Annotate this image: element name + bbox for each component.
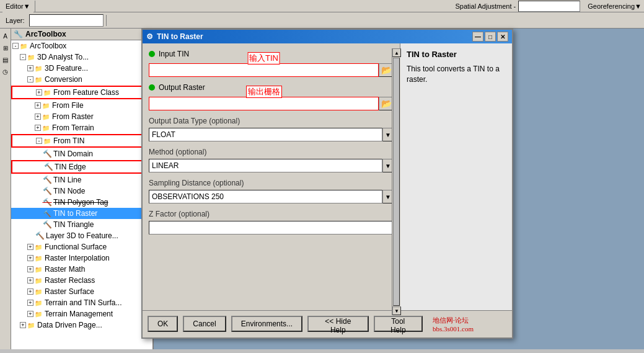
- tree-area[interactable]: - 📁 ArcToolbox - 📁 3D Analyst To... + 📁 …: [11, 40, 152, 349]
- expand-fromtin[interactable]: -: [36, 138, 42, 144]
- expand-fromfeat[interactable]: +: [36, 89, 42, 96]
- output-data-type-label: Output Data Type (optional): [149, 117, 394, 125]
- expand-datadriven[interactable]: +: [20, 322, 26, 328]
- tree-tin-polytag[interactable]: 🔨 TIN Polygon Tag: [11, 197, 152, 208]
- sidebar-icon-2[interactable]: ⊞: [1, 43, 10, 53]
- dialog-title-area: ⚙ TIN to Raster: [146, 32, 203, 41]
- sidebar-icon-1[interactable]: A: [1, 31, 9, 42]
- expand-fromfile[interactable]: +: [35, 102, 41, 109]
- tree-from-raster[interactable]: + 📁 From Raster: [11, 111, 152, 122]
- output-raster-field[interactable]: [149, 97, 379, 110]
- sampling-label: Sampling Distance (optional): [149, 179, 394, 187]
- tin-to-raster-dialog: ⚙ TIN to Raster — □ ✕ Input TIN 输入TI: [141, 29, 513, 339]
- input-tin-indicator: [149, 51, 155, 57]
- dialog-scrollbar[interactable]: ▲ ▼: [392, 48, 400, 315]
- sidebar-icon-4[interactable]: ◷: [1, 66, 10, 77]
- cancel-button[interactable]: Cancel: [183, 316, 226, 332]
- tree-from-tin[interactable]: - 📁 From TIN: [11, 134, 152, 148]
- expand-funcsurface[interactable]: +: [27, 244, 33, 250]
- tree-tin-node[interactable]: 🔨 TIN Node: [11, 185, 152, 197]
- tree-tintriangle-label: TIN Triangle: [52, 220, 94, 229]
- folder-icon-3d: 📁: [26, 52, 36, 62]
- hide-help-button[interactable]: << Hide Help: [307, 316, 368, 332]
- tree-from-file[interactable]: + 📁 From File: [11, 100, 152, 111]
- ok-button[interactable]: OK: [148, 316, 178, 332]
- tool-icon-domain: 🔨: [42, 149, 52, 159]
- folder-icon: 📁: [19, 41, 29, 51]
- scroll-thumb[interactable]: [393, 58, 400, 306]
- watermark: 地信网·论坛 bbs.3s001.com: [433, 316, 507, 333]
- sampling-field[interactable]: [149, 190, 382, 203]
- tree-root[interactable]: - 📁 ArcToolbox: [11, 40, 152, 51]
- scroll-down-btn[interactable]: ▼: [392, 306, 401, 315]
- tree-tinnode-label: TIN Node: [52, 187, 85, 195]
- tree-terrainmgmt-label: Terrain Management: [43, 310, 113, 318]
- tree-func-surface[interactable]: + 📁 Functional Surface: [11, 241, 152, 252]
- tree-rastersurface-label: Raster Surface: [43, 287, 94, 296]
- tree-3d-feature[interactable]: + 📁 3D Feature...: [11, 63, 152, 74]
- layer-input[interactable]: [29, 14, 104, 27]
- tree-raster-math[interactable]: + 📁 Raster Math: [11, 264, 152, 275]
- tree-tin-line[interactable]: 🔨 TIN Line: [11, 174, 152, 185]
- expand-3dfeat[interactable]: +: [27, 65, 33, 71]
- tree-3d-analyst[interactable]: - 📁 3D Analyst To...: [11, 51, 152, 63]
- tree-datadriven-label: Data Driven Page...: [36, 321, 102, 329]
- tree-raster-interp[interactable]: + 📁 Raster Interpolation: [11, 252, 152, 264]
- expand-conv[interactable]: -: [27, 76, 33, 83]
- tree-terrain-tin[interactable]: + 📁 Terrain and TIN Surfa...: [11, 297, 152, 308]
- method-row: ▼: [149, 159, 394, 172]
- tree-layer3d-label: Layer 3D to Feature...: [45, 231, 118, 240]
- expand-3d[interactable]: -: [20, 54, 26, 60]
- expand-rasterreclass[interactable]: +: [27, 277, 33, 284]
- tree-rasterreclass-label: Raster Reclass: [43, 276, 95, 285]
- tree-tin-to-raster[interactable]: 🔨 TIN to Raster: [11, 208, 152, 219]
- tree-terrain-mgmt[interactable]: + 📁 Terrain Management: [11, 308, 152, 319]
- tool-icon-toraster: 🔨: [42, 208, 52, 218]
- method-label: Method (optional): [149, 148, 394, 156]
- environments-button[interactable]: Environments...: [231, 316, 302, 332]
- georeferencing-menu[interactable]: Georeferencing▼: [588, 2, 642, 10]
- input-tin-field[interactable]: [149, 63, 379, 77]
- expand-terraintin[interactable]: +: [27, 300, 33, 306]
- output-data-type-field[interactable]: [149, 128, 382, 141]
- tree-from-feat-class[interactable]: + 📁 From Feature Class: [11, 86, 152, 99]
- tree-from-terrain[interactable]: + 📁 From Terrain: [11, 122, 152, 133]
- scroll-up-btn[interactable]: ▲: [392, 48, 401, 57]
- expand-root[interactable]: -: [12, 43, 19, 49]
- expand-fromterrain[interactable]: +: [35, 125, 41, 131]
- tree-terraintin-label: Terrain and TIN Surfa...: [43, 298, 122, 307]
- zfactor-label: Z Factor (optional): [149, 210, 394, 218]
- expand-rasterinterp[interactable]: +: [27, 255, 33, 261]
- zfactor-field[interactable]: [149, 221, 394, 235]
- tree-layer3d[interactable]: 🔨 Layer 3D to Feature...: [11, 230, 152, 241]
- sidebar-icon-3[interactable]: ▤: [1, 55, 10, 65]
- expand-terrainmgmt[interactable]: +: [27, 311, 33, 317]
- editor-menu[interactable]: Editor▼: [2, 0, 33, 13]
- method-field[interactable]: [149, 159, 382, 172]
- folder-icon-fromtin: 📁: [42, 136, 52, 146]
- expand-fromraster[interactable]: +: [35, 114, 41, 120]
- expand-rastersurface[interactable]: +: [27, 288, 33, 295]
- tree-tin-domain[interactable]: 🔨 TIN Domain: [11, 148, 152, 159]
- restore-button[interactable]: □: [485, 32, 496, 42]
- tree-conversion[interactable]: - 📁 Conversion: [11, 74, 152, 85]
- minimize-button[interactable]: —: [472, 32, 483, 42]
- close-button[interactable]: ✕: [497, 32, 508, 42]
- tree-tin-triangle[interactable]: 🔨 TIN Triangle: [11, 219, 152, 230]
- tree-tin-edge[interactable]: 🔨 TIN Edge: [11, 160, 152, 174]
- expand-rastermath[interactable]: +: [27, 266, 33, 272]
- tree-raster-surface[interactable]: + 📁 Raster Surface: [11, 286, 152, 297]
- tree-fromtin-label: From TIN: [52, 136, 84, 145]
- tree-3d-label: 3D Analyst To...: [36, 53, 89, 61]
- folder-icon-rasterinterp: 📁: [33, 253, 43, 263]
- tree-rasterinterp-label: Raster Interpolation: [43, 254, 110, 262]
- tool-icon-triangle: 🔨: [42, 220, 52, 230]
- dialog-footer: OK Cancel Environments... << Hide Help T…: [143, 310, 512, 337]
- tool-help-button[interactable]: Tool Help: [374, 316, 423, 332]
- tree-raster-reclass[interactable]: + 📁 Raster Reclass: [11, 275, 152, 286]
- tree-datadriven[interactable]: + 📁 Data Driven Page...: [11, 319, 152, 331]
- tree-fromraster-label: From Raster: [51, 112, 94, 121]
- input-tin-chinese: 输入TIN: [247, 52, 280, 65]
- output-raster-chinese: 输出栅格: [246, 86, 282, 98]
- output-raster-label: Output Raster: [159, 83, 205, 92]
